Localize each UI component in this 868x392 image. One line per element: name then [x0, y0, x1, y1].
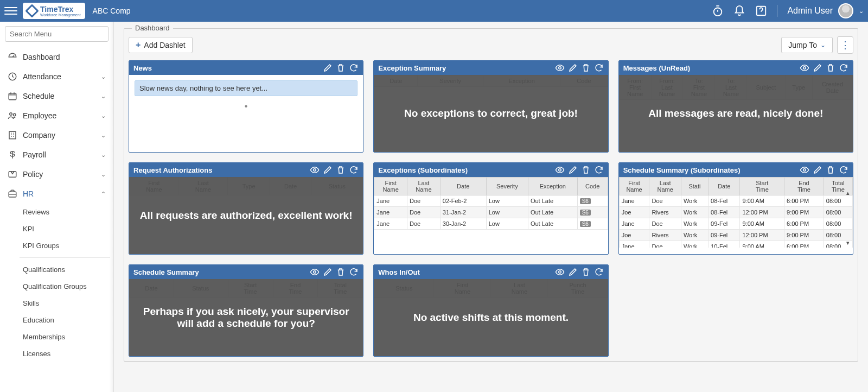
sidebar-item-payroll[interactable]: Payroll⌄ [3, 145, 110, 165]
sidebar-item-schedule[interactable]: Schedule⌄ [3, 86, 110, 106]
sidebar-subitem-qualification-groups[interactable]: Qualification Groups [3, 278, 110, 295]
sidebar-subitem-education[interactable]: Education [3, 312, 110, 328]
sidebar-subitem-qualifications[interactable]: Qualifications [3, 261, 110, 278]
refresh-icon[interactable] [839, 63, 848, 73]
dashlet-title: News [133, 64, 152, 72]
sidebar-item-policy[interactable]: Policy⌄ [3, 165, 110, 184]
search-input[interactable] [5, 26, 108, 42]
table-row[interactable]: JaneDoe02-Feb-2LowOut LateS6 [374, 195, 608, 207]
sidebar-item-dashboard[interactable]: Dashboard [3, 47, 110, 67]
scroll-down-icon[interactable]: ▾ [844, 239, 852, 246]
dollar-icon [8, 150, 17, 160]
sidebar-subitem-reviews[interactable]: Reviews [3, 204, 110, 220]
empty-message: No active shifts at this moment. [374, 279, 608, 356]
sidebar-item-hr[interactable]: HR⌃ [3, 184, 110, 204]
empty-message: No exceptions to correct, great job! [374, 75, 608, 152]
svg-rect-3 [9, 93, 16, 100]
trash-icon[interactable] [581, 63, 591, 73]
chevron-down-icon: ⌄ [101, 73, 106, 80]
scroll-up-icon[interactable]: ▴ [844, 189, 852, 197]
svg-rect-6 [9, 131, 16, 139]
table-row[interactable]: JaneDoe30-Jan-2LowOut LateS6 [374, 218, 608, 230]
table-row[interactable]: JaneDoeWork08-Fel9:00 AM6:00 PM08:00 [619, 195, 852, 207]
sidebar-subitem-kpi[interactable]: KPI [3, 220, 110, 237]
help-icon[interactable] [755, 5, 767, 17]
user-menu[interactable]: Admin User ⌄ [787, 3, 864, 18]
refresh-icon[interactable] [839, 165, 848, 175]
more-options-button[interactable]: ⋮ [837, 36, 853, 54]
eye-icon[interactable] [555, 165, 565, 175]
eye-icon[interactable] [310, 267, 320, 277]
refresh-icon[interactable] [594, 63, 604, 73]
dashlet-header: Schedule Summary [129, 265, 363, 279]
dashlet-header: Messages (UnRead) [619, 61, 853, 75]
dashlet-title: Whos In/Out [378, 268, 420, 276]
sidebar-item-label: Company [23, 131, 55, 140]
refresh-icon[interactable] [349, 165, 359, 175]
trash-icon[interactable] [336, 63, 346, 73]
edit-icon[interactable] [568, 63, 578, 73]
trash-icon[interactable] [826, 63, 835, 73]
news-message: Slow news day, nothing to see here yet..… [135, 80, 358, 96]
col-header: Exception [528, 178, 577, 195]
dashlet-title: Request Authorizations [133, 166, 212, 174]
trash-icon[interactable] [581, 165, 591, 175]
sidebar-subitem-skills[interactable]: Skills [3, 295, 110, 312]
trash-icon[interactable] [336, 267, 346, 277]
refresh-icon[interactable] [349, 267, 359, 277]
col-header: Stati [681, 178, 708, 195]
refresh-icon[interactable] [594, 267, 604, 277]
jump-to-button[interactable]: Jump To⌄ [781, 37, 833, 53]
dashlet-header: Whos In/Out [374, 265, 608, 279]
edit-icon[interactable] [323, 63, 333, 73]
refresh-icon[interactable] [349, 63, 359, 73]
edit-icon[interactable] [568, 267, 578, 277]
trash-icon[interactable] [826, 165, 835, 175]
dashboard-panel: Dashboard +Add Dashlet Jump To⌄ ⋮ News S… [124, 28, 858, 362]
sidebar-subitem-kpi-groups[interactable]: KPI Groups [3, 237, 110, 254]
svg-point-12 [558, 169, 561, 172]
chevron-up-icon: ⌃ [101, 191, 106, 198]
sidebar-subitem-licenses[interactable]: Licenses [3, 345, 110, 362]
table-row[interactable]: JoeRiversWork08-Fel12:00 PM9:00 PM08:00 [619, 207, 852, 218]
col-header: LastName [649, 178, 681, 195]
eye-icon[interactable] [555, 267, 565, 277]
svg-point-11 [314, 169, 316, 172]
eye-icon[interactable] [800, 63, 809, 73]
edit-icon[interactable] [568, 165, 578, 175]
edit-icon[interactable] [813, 165, 822, 175]
table-row[interactable]: JoeRiversWork09-Fel12:00 PM9:00 PM08:00 [619, 230, 852, 241]
svg-point-15 [558, 271, 561, 274]
col-header: Date [440, 178, 486, 195]
table-row[interactable]: JaneDoe31-Jan-2LowOut LateS6 [374, 207, 608, 218]
empty-message: All requests are authorized, excellent w… [129, 177, 363, 254]
edit-icon[interactable] [813, 63, 822, 73]
logo-icon [25, 4, 39, 17]
stopwatch-icon[interactable] [712, 5, 724, 17]
sidebar-item-label: Policy [23, 170, 43, 179]
table-row[interactable]: JaneDoeWork09-Fel9:00 AM6:00 PM08:00 [619, 218, 852, 230]
logo-text: TimeTrex [40, 5, 81, 13]
refresh-icon[interactable] [594, 165, 604, 175]
edit-icon[interactable] [323, 165, 333, 175]
trash-icon[interactable] [581, 267, 591, 277]
table-row[interactable]: JaneDoeWork10-Fel9:00 AM6:00 PM08:00 [619, 241, 852, 248]
sidebar-item-company[interactable]: Company⌄ [3, 125, 110, 145]
dashlet-title: Schedule Summary [133, 268, 199, 276]
dashlet-title: Messages (UnRead) [623, 64, 691, 72]
eye-icon[interactable] [800, 165, 809, 175]
eye-icon[interactable] [555, 63, 565, 73]
add-dashlet-button[interactable]: +Add Dashlet [129, 37, 193, 53]
menu-toggle-icon[interactable] [4, 4, 17, 17]
logo[interactable]: TimeTrex Workforce Management [23, 3, 85, 19]
sidebar-item-employee[interactable]: Employee⌄ [3, 106, 110, 125]
dashlet-exception_summary: Exception Summary DateSeverityExceptionC… [373, 60, 608, 153]
dashlet-exceptions_sub: Exceptions (Subordinates) FirstNameLastN… [373, 162, 608, 255]
chevron-down-icon: ⌄ [101, 112, 106, 119]
edit-icon[interactable] [323, 267, 333, 277]
sidebar-item-attendance[interactable]: Attendance⌄ [3, 67, 110, 86]
trash-icon[interactable] [336, 165, 346, 175]
eye-icon[interactable] [310, 165, 320, 175]
sidebar-subitem-memberships[interactable]: Memberships [3, 328, 110, 345]
bell-icon[interactable] [733, 5, 745, 17]
